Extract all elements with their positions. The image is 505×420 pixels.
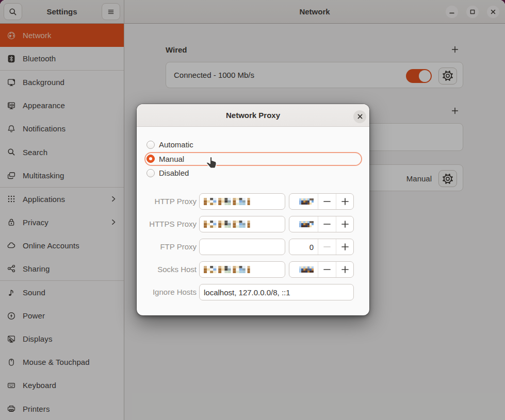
form-row-http-proxy: HTTP Proxy — [137, 193, 369, 210]
port-decrement-button[interactable] — [318, 262, 336, 277]
radio-unchecked-icon[interactable] — [146, 169, 155, 177]
radio-option-label: Disabled — [159, 169, 189, 177]
field-label: FTP Proxy — [137, 239, 197, 255]
socks-host-input[interactable] — [199, 261, 285, 278]
proxy-mode-radio-group: AutomaticManualDisabled — [144, 138, 362, 180]
form-row-ftp-proxy: FTP Proxy0 — [137, 239, 369, 255]
field-label: HTTP Proxy — [137, 193, 197, 210]
port-increment-button[interactable] — [336, 239, 353, 255]
port-increment-button[interactable] — [336, 262, 353, 277]
dialog-close-button[interactable] — [353, 110, 366, 123]
port-decrement-button[interactable] — [318, 216, 336, 232]
form-row-ignore-hosts: Ignore Hostslocalhost, 127.0.0.0/8, ::1 — [137, 284, 369, 300]
field-label: Socks Host — [137, 261, 197, 278]
form-row-https-proxy: HTTPS Proxy — [137, 216, 369, 232]
https-proxy-input[interactable] — [199, 216, 285, 232]
redacted-host-value — [204, 266, 250, 273]
https-proxy-port-spinbutton[interactable] — [289, 216, 354, 232]
port-value — [289, 262, 318, 277]
http-proxy-input[interactable] — [199, 193, 285, 210]
field-label: HTTPS Proxy — [137, 216, 197, 232]
port-number: 0 — [309, 243, 314, 251]
port-decrement-button[interactable] — [318, 194, 336, 209]
socks-host-port-spinbutton[interactable] — [289, 261, 354, 278]
proxy-mode-option-automatic[interactable]: Automatic — [144, 138, 362, 152]
port-decrement-button[interactable] — [318, 239, 336, 255]
settings-window: Settings Network Network Bluetooth Backg… — [0, 0, 505, 420]
ftp-proxy-port-spinbutton[interactable]: 0 — [289, 239, 354, 255]
port-value — [289, 194, 318, 209]
input-value: localhost, 127.0.0.0/8, ::1 — [204, 288, 290, 297]
http-proxy-port-spinbutton[interactable] — [289, 193, 354, 210]
redacted-port-value — [299, 266, 314, 273]
proxy-mode-option-manual[interactable]: Manual — [144, 152, 362, 166]
port-value: 0 — [289, 239, 318, 255]
redacted-port-value — [299, 221, 314, 227]
proxy-mode-option-disabled[interactable]: Disabled — [144, 166, 362, 180]
port-increment-button[interactable] — [336, 216, 353, 232]
redacted-host-value — [204, 221, 250, 228]
network-proxy-dialog: Network Proxy AutomaticManualDisabled HT… — [137, 104, 369, 315]
radio-unchecked-icon[interactable] — [146, 141, 155, 149]
redacted-port-value — [299, 198, 314, 205]
port-increment-button[interactable] — [336, 194, 353, 209]
radio-option-label: Manual — [159, 155, 184, 163]
redacted-host-value — [204, 198, 250, 205]
radio-option-label: Automatic — [159, 140, 193, 149]
dialog-headerbar: Network Proxy — [137, 104, 369, 127]
form-row-socks-host: Socks Host — [137, 261, 369, 278]
mouse-cursor-pointer — [205, 156, 221, 172]
ftp-proxy-input[interactable] — [199, 239, 285, 255]
radio-checked-icon[interactable] — [146, 155, 155, 163]
port-value — [289, 216, 318, 232]
dialog-title: Network Proxy — [226, 111, 280, 120]
field-label: Ignore Hosts — [137, 284, 197, 300]
ignore-hosts-input[interactable]: localhost, 127.0.0.0/8, ::1 — [199, 284, 354, 300]
close-icon — [356, 112, 364, 121]
